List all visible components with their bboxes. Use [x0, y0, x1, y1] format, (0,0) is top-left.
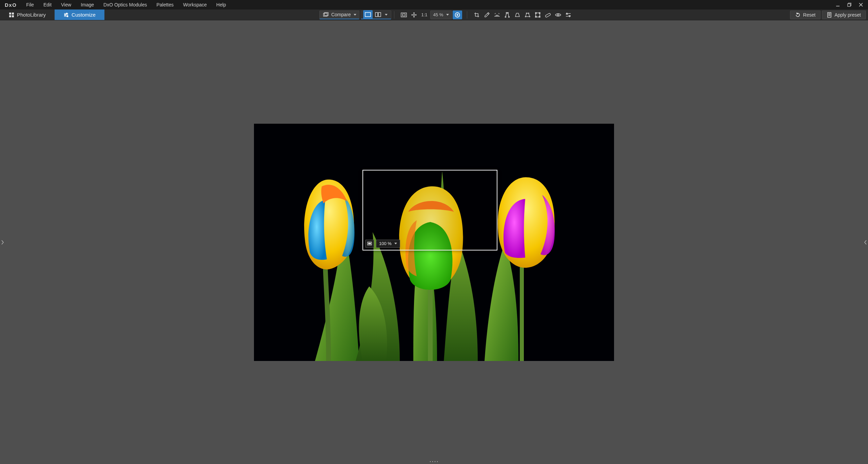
svg-rect-5	[12, 15, 14, 17]
layout-group	[361, 11, 391, 19]
menu-help[interactable]: Help	[212, 0, 231, 9]
svg-point-35	[435, 461, 435, 462]
menu-workspace[interactable]: Workspace	[178, 0, 212, 9]
svg-point-34	[432, 461, 433, 462]
magnifier-zoom-value: 100 %	[379, 241, 392, 246]
fit-screen-button[interactable]	[399, 11, 409, 19]
magnifier-toolbar: 100 %	[365, 240, 400, 248]
sliders-icon	[63, 12, 69, 18]
toolbar: PhotoLibrary Customize Compare	[0, 9, 868, 20]
eye-icon	[555, 13, 561, 17]
compare-dropdown[interactable]: Compare	[319, 11, 359, 19]
magnifier-plus-icon	[455, 12, 460, 18]
svg-rect-13	[378, 13, 381, 17]
compare-icon	[323, 12, 329, 17]
restore-icon	[847, 3, 851, 7]
svg-point-36	[437, 461, 438, 462]
zoom-percent-value: 45 %	[433, 12, 443, 17]
bounding-button[interactable]	[533, 11, 542, 19]
svg-point-31	[557, 14, 559, 16]
svg-rect-2	[9, 13, 11, 15]
bottom-panel-expander[interactable]	[427, 460, 441, 463]
apply-preset-label: Apply preset	[834, 12, 861, 18]
window-minimize-button[interactable]	[832, 0, 844, 9]
window-close-button[interactable]	[855, 0, 867, 9]
crop-button[interactable]	[472, 11, 481, 19]
apply-preset-button[interactable]: Apply preset	[822, 11, 866, 19]
zoom-percent-select[interactable]: 45 %	[430, 11, 452, 19]
svg-rect-39	[368, 243, 371, 244]
perspective-button[interactable]	[502, 11, 512, 19]
left-panel-expander[interactable]	[0, 234, 5, 250]
image-canvas[interactable]: 100 %	[254, 124, 614, 361]
chevron-down-icon	[385, 14, 388, 16]
perspective-8pt-icon	[525, 12, 530, 18]
perspective-lines-icon	[505, 12, 510, 18]
svg-rect-27	[539, 13, 540, 14]
layout-split-button[interactable]	[373, 10, 383, 19]
eyedropper-button[interactable]	[482, 11, 492, 19]
minimize-icon	[836, 3, 840, 7]
photolibrary-tab[interactable]: PhotoLibrary	[0, 9, 55, 20]
bounding-icon	[535, 12, 540, 18]
menu-view[interactable]: View	[56, 0, 76, 9]
misc-tool-button[interactable]	[564, 11, 573, 19]
pan-button[interactable]	[409, 11, 419, 19]
menu-edit[interactable]: Edit	[39, 0, 56, 9]
reset-icon	[795, 12, 801, 18]
svg-rect-30	[545, 13, 551, 17]
levels-icon	[566, 13, 571, 17]
menu-file[interactable]: File	[21, 0, 39, 9]
menu-bar: DxO File Edit View Image DxO Optics Modu…	[0, 0, 868, 9]
svg-rect-15	[402, 14, 405, 16]
zoom-1to1-label: 1:1	[421, 12, 428, 17]
perspective-rect-icon	[515, 12, 520, 18]
svg-rect-29	[539, 16, 540, 17]
svg-rect-14	[401, 13, 407, 17]
grid-icon	[9, 12, 14, 18]
horizon-button[interactable]	[492, 11, 502, 19]
layout-single-button[interactable]	[363, 10, 373, 19]
menu-optics[interactable]: DxO Optics Modules	[99, 0, 152, 9]
perspective-rect-button[interactable]	[513, 11, 522, 19]
compare-label: Compare	[331, 12, 351, 17]
perspective-8pt-button[interactable]	[523, 11, 532, 19]
menu-palettes[interactable]: Palettes	[152, 0, 178, 9]
fit-icon	[401, 13, 407, 17]
right-panel-expander[interactable]	[863, 234, 868, 250]
svg-point-7	[64, 14, 65, 15]
magnifier-mode-button[interactable]	[365, 240, 374, 248]
layout-dropdown-button[interactable]	[383, 10, 389, 19]
magnifier-button[interactable]	[453, 11, 462, 19]
svg-point-33	[430, 461, 431, 462]
zoom-1to1-button[interactable]: 1:1	[419, 11, 430, 19]
reset-button[interactable]: Reset	[790, 11, 821, 19]
window-restore-button[interactable]	[844, 0, 855, 9]
svg-point-8	[67, 16, 68, 17]
bandaid-icon	[545, 12, 551, 18]
move-icon	[411, 12, 417, 18]
svg-rect-26	[535, 13, 536, 14]
svg-rect-11	[365, 13, 371, 17]
svg-rect-1	[848, 4, 850, 6]
eyedropper-icon	[484, 12, 490, 18]
chevron-down-icon	[446, 14, 449, 16]
chevron-down-icon	[394, 243, 397, 244]
magnifier-zoom-select[interactable]: 100 %	[376, 240, 400, 248]
window-controls	[832, 0, 867, 9]
menu-image[interactable]: Image	[76, 0, 99, 9]
redeye-button[interactable]	[553, 11, 563, 19]
svg-rect-32	[828, 13, 831, 17]
chevron-right-icon	[1, 240, 4, 245]
reset-label: Reset	[803, 12, 816, 18]
toolbar-right: Reset Apply preset	[790, 9, 868, 20]
customize-tab[interactable]: Customize	[55, 9, 104, 20]
magnifier-window[interactable]: 100 %	[363, 170, 497, 250]
chevron-left-icon	[864, 240, 867, 245]
repair-button[interactable]	[543, 11, 553, 19]
preset-icon	[827, 12, 832, 18]
menu-items: File Edit View Image DxO Optics Modules …	[21, 0, 231, 9]
single-view-icon	[365, 12, 371, 17]
tools-group	[470, 11, 575, 19]
zoom-group: 1:1 45 %	[397, 11, 464, 19]
